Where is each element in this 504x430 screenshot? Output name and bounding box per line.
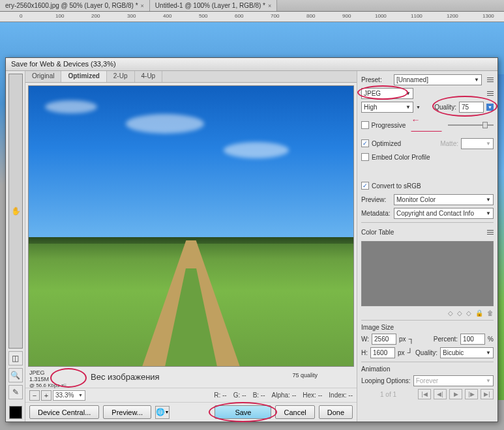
imagesize-title: Image Size (361, 324, 494, 331)
last-frame-icon[interactable]: ▶| (481, 389, 494, 399)
convert-srgb-checkbox[interactable]: ✓ (361, 182, 369, 190)
matte-label: Matte: (440, 140, 458, 147)
dialog-buttons: Device Central... Preview... 🌐▼ Save Can… (25, 402, 357, 422)
flyout-menu-icon[interactable] (484, 230, 494, 235)
tab-label: ery-2560x1600.jpg @ 50% (Layer 0, RGB/8)… (5, 2, 138, 9)
quality-input[interactable]: 75 (459, 102, 484, 113)
optimized-label: Optimized (372, 140, 401, 147)
frame-count: 1 of 1 (380, 391, 396, 398)
slice-tool-icon[interactable]: ◫ (8, 351, 23, 366)
prev-frame-icon[interactable]: ◀| (434, 389, 447, 399)
tab-optimized[interactable]: Optimized (61, 71, 106, 82)
matte-select[interactable]: ▼ (461, 138, 494, 149)
ct-icon[interactable]: 🗑 (487, 309, 494, 317)
next-frame-icon[interactable]: |▶ (465, 389, 478, 399)
annotation-arrow: ←———— (411, 115, 445, 136)
metadata-select[interactable]: Copyright and Contact Info▼ (394, 208, 494, 219)
zoom-bar: − + 33.3% ▼ R: -- G: -- B: -- Alpha: -- … (25, 388, 357, 402)
image-info: JPEG 1.315M @ 56.6 Kbps ▾≡ Вес изображен… (25, 369, 357, 388)
percent-input[interactable]: 100 (460, 334, 485, 345)
height-input[interactable]: 1600 (370, 347, 395, 358)
quality-preset-select[interactable]: High▼ (361, 102, 413, 113)
height-label: H: (361, 349, 368, 356)
ct-icon[interactable]: ◇ (457, 309, 462, 317)
hand-tool-icon[interactable]: ✋ (8, 74, 23, 349)
eyedropper-tool-icon[interactable]: ✎ (8, 385, 23, 399)
resize-quality-select[interactable]: Bicubic▼ (440, 347, 494, 358)
animation-title: Animation (361, 366, 494, 373)
metadata-label: Metadata: (361, 210, 391, 217)
width-input[interactable]: 2560 (372, 334, 396, 345)
close-icon[interactable]: × (268, 3, 271, 9)
cancel-button[interactable]: Cancel (275, 405, 314, 419)
ruler-horizontal[interactable]: 0100200300400500600700800900100011001200… (0, 12, 504, 22)
progressive-checkbox[interactable] (361, 121, 369, 129)
settings-panel: Preset: [Unnamed]▼ JPEG▼ High▼ ▼ Quality… (357, 71, 497, 422)
preview-button[interactable]: Preview... (103, 405, 151, 419)
progressive-label: Progressive (372, 122, 406, 129)
ct-icon[interactable]: ◇ (466, 309, 471, 317)
ct-icon[interactable]: 🔒 (475, 309, 483, 317)
save-for-web-dialog: Save for Web & Devices (33,3%) ✋ ◫ 🔍 ✎ O… (5, 57, 498, 422)
embed-profile-checkbox[interactable] (361, 153, 369, 161)
zoom-tool-icon[interactable]: 🔍 (8, 368, 23, 382)
loop-label: Looping Options: (361, 377, 411, 384)
quality-slider[interactable] (448, 121, 494, 130)
preview-label: Preview: (361, 196, 391, 203)
tab-4up[interactable]: 4-Up (135, 71, 163, 82)
quality-label: Quality: (434, 104, 456, 111)
tab-2up[interactable]: 2-Up (107, 71, 135, 82)
play-icon[interactable]: ▶ (449, 389, 462, 399)
browser-preview-icon[interactable]: 🌐▼ (155, 406, 170, 419)
save-button[interactable]: Save (215, 405, 271, 419)
info-size: 1.315M (29, 376, 49, 382)
tab-label: Untitled-1 @ 100% (Layer 1, RGB/8) * (155, 2, 265, 9)
tab-original[interactable]: Original (25, 71, 61, 82)
resize-quality-label: Quality: (415, 349, 437, 356)
preset-select[interactable]: [Unnamed]▼ (394, 74, 482, 85)
image-preview[interactable] (28, 85, 354, 367)
document-tabs: ery-2560x1600.jpg @ 50% (Layer 0, RGB/8)… (0, 0, 504, 12)
preview-tabs: Original Optimized 2-Up 4-Up (25, 71, 357, 83)
document-tab[interactable]: Untitled-1 @ 100% (Layer 1, RGB/8) *× (150, 0, 277, 11)
percent-label: Percent: (434, 336, 458, 343)
colortable-label: Color Table (361, 229, 394, 236)
colortable-icons: ◇◇◇🔒🗑 (361, 309, 494, 317)
dialog-toolbar: ✋ ◫ 🔍 ✎ (6, 71, 25, 422)
color-table[interactable] (361, 241, 494, 306)
convert-label: Convert to sRGB (372, 182, 421, 190)
zoom-out-button[interactable]: − (29, 390, 40, 401)
annotation-text: Вес изображения (91, 372, 160, 382)
preview-select[interactable]: Monitor Color▼ (394, 194, 494, 205)
done-button[interactable]: Done (319, 405, 353, 419)
zoom-in-button[interactable]: + (41, 390, 52, 401)
flyout-menu-icon[interactable] (484, 91, 494, 96)
document-tab[interactable]: ery-2560x1600.jpg @ 50% (Layer 0, RGB/8)… (0, 0, 150, 11)
first-frame-icon[interactable]: |◀ (418, 389, 431, 399)
info-quality: 75 quality (292, 372, 318, 379)
loop-select[interactable]: Forever▼ (413, 375, 494, 386)
device-central-button[interactable]: Device Central... (29, 405, 99, 419)
flyout-menu-icon[interactable] (484, 78, 494, 82)
width-label: W: (361, 336, 369, 343)
preset-label: Preset: (361, 76, 391, 83)
optimized-checkbox[interactable]: ✓ (361, 139, 369, 147)
embed-label: Embed Color Profile (372, 154, 430, 161)
dialog-title: Save for Web & Devices (33,3%) (6, 58, 497, 71)
zoom-value[interactable]: 33.3% ▼ (53, 390, 85, 401)
info-format: JPEG (29, 369, 67, 376)
close-icon[interactable]: × (141, 3, 144, 9)
color-swatch[interactable] (9, 406, 22, 419)
format-select[interactable]: JPEG▼ (361, 88, 413, 99)
ct-icon[interactable]: ◇ (448, 309, 453, 317)
